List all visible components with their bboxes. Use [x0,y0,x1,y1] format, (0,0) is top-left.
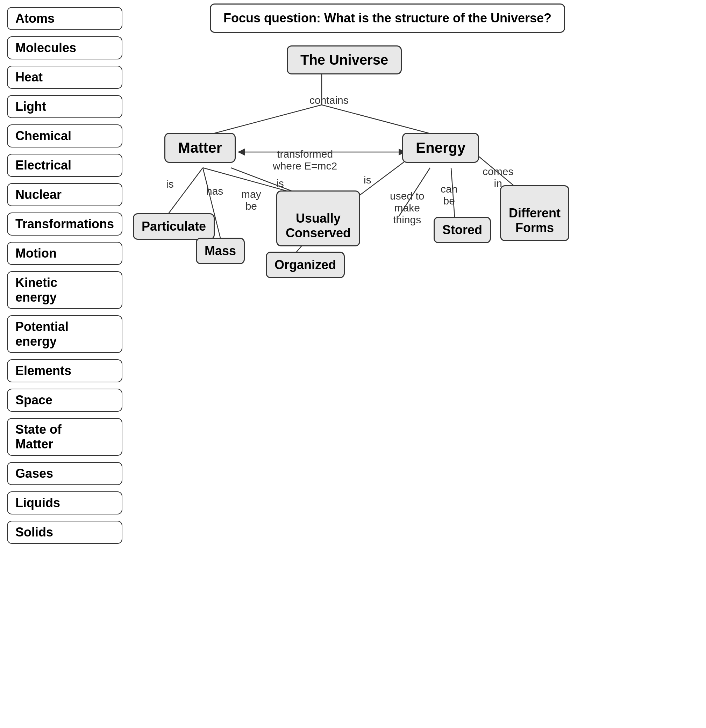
energy-node[interactable]: Energy [402,133,479,163]
transformed-label: transformed where E=mc2 [273,136,337,172]
matter-node[interactable]: Matter [164,133,236,163]
connections-svg [105,0,699,728]
used-to-make-label: used to make things [390,178,424,226]
organized-node[interactable]: Organized [266,251,345,278]
can-be-label: can be [441,171,457,207]
contains-label: contains [310,94,349,106]
svg-line-2 [322,105,441,136]
different-forms-node[interactable]: Different Forms [500,185,569,241]
matter-is1-label: is [166,178,174,190]
svg-marker-6 [238,149,245,156]
comes-in-label: comes in [483,154,513,189]
focus-question-node: Focus question: What is the structure of… [210,3,565,33]
matter-has-label: has [206,185,223,197]
energy-is-label: is [364,174,371,186]
particulate-node[interactable]: Particulate [133,213,215,240]
matter-is2-label: is [276,178,284,189]
matter-maybe-label: may be [241,176,261,212]
mass-node[interactable]: Mass [196,238,245,264]
svg-line-1 [203,105,322,136]
stored-node[interactable]: Stored [434,217,491,243]
usually-conserved-node[interactable]: Usually Conserved [276,191,360,246]
svg-line-8 [166,168,203,217]
universe-node[interactable]: The Universe [287,45,402,74]
diagram-area: Focus question: What is the structure of… [105,0,699,728]
